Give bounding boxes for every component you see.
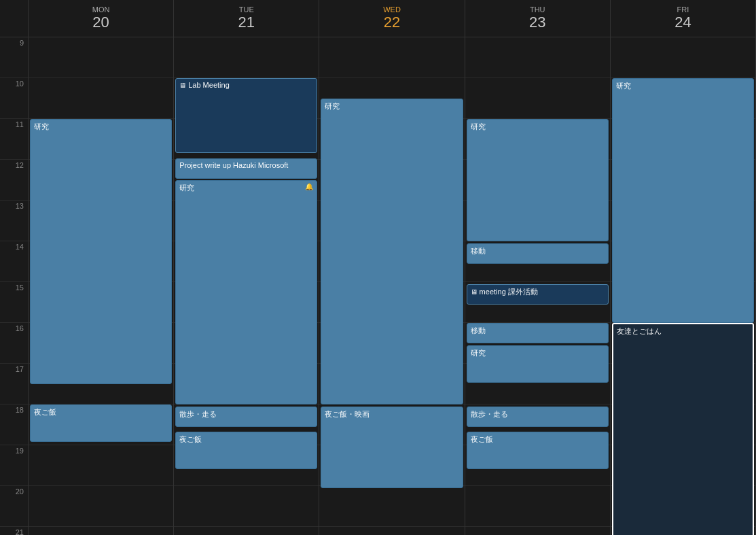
event-meeting-icon: 🖥 xyxy=(471,288,478,296)
hour-row xyxy=(174,527,319,535)
event-thu[interactable]: 移動 xyxy=(467,323,609,343)
day-name: Thu xyxy=(530,5,545,14)
time-label: 18 xyxy=(0,404,28,445)
event-wed[interactable]: 研究 xyxy=(321,99,463,404)
time-gutter-header xyxy=(0,0,28,37)
event-meeting-icon: 🖥 xyxy=(179,82,186,89)
event-label: 移動 xyxy=(471,326,486,334)
time-label: 21 xyxy=(0,527,28,535)
day-name: Wed xyxy=(383,5,401,14)
hour-row xyxy=(465,486,610,527)
day-number: 20 xyxy=(92,14,109,31)
time-label: 10 xyxy=(0,78,28,119)
hour-row xyxy=(174,486,319,527)
hour-row xyxy=(319,37,464,78)
event-thu[interactable]: 研究 xyxy=(467,119,609,241)
event-label: 研究 xyxy=(471,122,486,131)
event-fri[interactable]: 研究 xyxy=(612,78,754,323)
event-label: 研究 xyxy=(34,122,49,131)
event-label: 移動 xyxy=(471,247,486,255)
event-label: 夜ご飯 xyxy=(179,435,202,443)
day-column-wed: 研究夜ご飯・映画 xyxy=(319,37,465,535)
hour-row xyxy=(29,527,173,535)
day-number: 21 xyxy=(238,14,255,31)
event-label: Project write up Hazuki Microsoft xyxy=(179,161,288,169)
hour-row xyxy=(319,527,464,535)
time-label: 17 xyxy=(0,364,28,404)
event-thu[interactable]: 散歩・走る xyxy=(467,407,609,427)
event-fri[interactable]: 友達とごはん xyxy=(612,323,754,535)
hour-row xyxy=(29,37,173,78)
days-body[interactable]: 研究夜ご飯 🖥Lab MeetingProject write up Hazuk… xyxy=(29,37,756,535)
day-header-fri: Fri24 xyxy=(611,0,756,37)
event-tue[interactable]: 🔔研究 xyxy=(175,180,317,404)
event-tue[interactable]: 散歩・走る xyxy=(175,407,317,427)
event-label: 研究 xyxy=(471,349,486,357)
day-column-mon: 研究夜ご飯 xyxy=(29,37,174,535)
time-gutter: 9101112131415161718192021 xyxy=(0,0,29,535)
day-name: Fri xyxy=(677,5,689,14)
hour-row xyxy=(174,37,319,78)
day-column-fri: 研究友達とごはん xyxy=(611,37,756,535)
hour-row xyxy=(465,527,610,535)
day-header-wed: Wed22 xyxy=(319,0,465,37)
event-label: 夜ご飯 xyxy=(34,408,56,416)
event-thu[interactable]: 研究 xyxy=(467,345,609,383)
days-header: Mon20Tue21Wed22Thu23Fri24 xyxy=(29,0,756,37)
time-gutter-body: 9101112131415161718192021 xyxy=(0,37,28,535)
hour-row xyxy=(465,37,610,78)
days-area: Mon20Tue21Wed22Thu23Fri24 研究夜ご飯 xyxy=(29,0,756,535)
event-label: 散歩・走る xyxy=(471,410,508,418)
event-thu[interactable]: 夜ご飯 xyxy=(467,432,609,469)
event-thu[interactable]: 🖥meeting 課外活動 xyxy=(467,284,609,305)
event-tue[interactable]: Project write up Hazuki Microsoft xyxy=(175,158,317,179)
hour-row xyxy=(29,486,173,527)
time-label: 12 xyxy=(0,160,28,201)
hour-row xyxy=(611,37,755,78)
event-label: 友達とごはん xyxy=(617,327,662,335)
day-number: 24 xyxy=(674,14,691,31)
time-label: 11 xyxy=(0,119,28,160)
time-label: 9 xyxy=(0,37,28,78)
event-thu[interactable]: 移動 xyxy=(467,243,609,264)
time-label: 16 xyxy=(0,323,28,364)
time-label: 20 xyxy=(0,486,28,527)
time-label: 14 xyxy=(0,241,28,282)
hour-row xyxy=(319,486,464,527)
event-label: 夜ご飯・映画 xyxy=(325,410,370,418)
day-header-thu: Thu23 xyxy=(465,0,611,37)
calendar-container: 9101112131415161718192021 Mon20Tue21Wed2… xyxy=(0,0,756,535)
day-column-tue: 🖥Lab MeetingProject write up Hazuki Micr… xyxy=(174,37,319,535)
bell-icon: 🔔 xyxy=(305,183,313,190)
day-header-mon: Mon20 xyxy=(29,0,174,37)
day-name: Tue xyxy=(239,5,254,14)
day-name: Mon xyxy=(92,5,110,14)
event-label: 夜ご飯 xyxy=(471,435,493,443)
hour-row xyxy=(29,445,173,486)
event-label: 研究 xyxy=(616,82,631,90)
event-mon[interactable]: 研究 xyxy=(30,119,172,384)
time-label: 19 xyxy=(0,445,28,486)
time-label: 13 xyxy=(0,201,28,241)
event-tue[interactable]: 夜ご飯 xyxy=(175,432,317,469)
hour-row xyxy=(465,78,610,119)
event-label: meeting 課外活動 xyxy=(480,288,538,296)
day-number: 22 xyxy=(384,14,400,31)
day-number: 23 xyxy=(529,14,545,31)
event-label: 研究 xyxy=(179,184,194,192)
event-tue[interactable]: 🖥Lab Meeting xyxy=(175,78,317,153)
day-header-tue: Tue21 xyxy=(174,0,319,37)
time-label: 15 xyxy=(0,282,28,323)
event-mon[interactable]: 夜ご飯 xyxy=(30,404,172,442)
hour-row xyxy=(29,78,173,119)
event-wed[interactable]: 夜ご飯・映画 xyxy=(321,407,463,488)
day-column-thu: 研究移動🖥meeting 課外活動移動研究散歩・走る夜ご飯 xyxy=(465,37,611,535)
event-label: 散歩・走る xyxy=(179,410,217,418)
event-label: 研究 xyxy=(325,102,340,110)
event-label: Lab Meeting xyxy=(188,81,230,89)
